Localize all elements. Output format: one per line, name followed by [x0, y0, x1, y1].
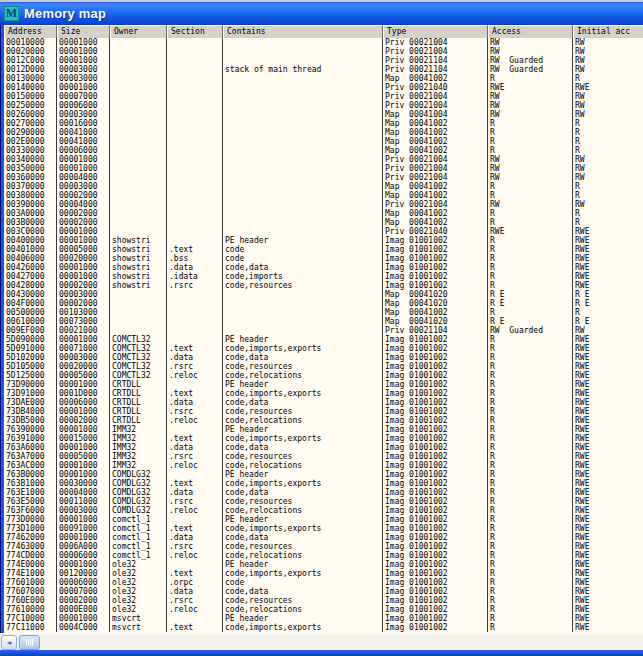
table-row[interactable]: 5D12500000005000COMCTL32.reloccode,reloc… [4, 371, 643, 380]
table-row[interactable]: 0042800000002000showstri.rsrccode,resour… [4, 281, 643, 290]
cell-contains: PE header [223, 560, 383, 569]
table-row[interactable]: 73D910000001D000CRTDLL.textcode,imports,… [4, 389, 643, 398]
table-row[interactable]: 73DAE00000006000CRTDLL.datacode,dataImag… [4, 398, 643, 407]
column-header-access[interactable]: Access [488, 25, 573, 38]
cell-contains: code,data [223, 443, 383, 452]
table-row[interactable]: 0027000000016000Map 00041002RR [4, 119, 643, 128]
table-row[interactable]: 73DB400000001000CRTDLL.rsrccode,resource… [4, 407, 643, 416]
cell-access: RW Guarded [488, 56, 573, 65]
table-row[interactable]: 0042600000001000showstri.datacode,dataIm… [4, 263, 643, 272]
table-row[interactable]: 0002000000001000Priv 00021004RWRW [4, 47, 643, 56]
table-row[interactable]: 7760700000007000ole32.datacode,dataImag … [4, 587, 643, 596]
table-row[interactable]: 0038000000002000Map 00041002RR [4, 191, 643, 200]
table-row[interactable]: 5D10500000020000COMCTL32.rsrccode,resour… [4, 362, 643, 371]
cell-size: 00001000 [57, 335, 110, 344]
table-row[interactable]: 0001000000001000Priv 00021004RWRW [4, 38, 643, 47]
window-m-icon[interactable]: M [4, 6, 19, 21]
table-row[interactable]: 763A700000005000IMM32.rsrccode,resources… [4, 452, 643, 461]
scrollbar-thumb[interactable] [19, 635, 40, 650]
table-row[interactable]: 0025000000006000Priv 00021004RWRW [4, 101, 643, 110]
table-row[interactable]: 0040100000005000showstri.textcodeImag 01… [4, 245, 643, 254]
table-row[interactable]: 763B100000030000COMDLG32.textcode,import… [4, 479, 643, 488]
table-row[interactable]: 0029000000041000Map 00041002RR [4, 128, 643, 137]
column-header-contains[interactable]: Contains [223, 25, 383, 38]
table-row[interactable]: 763F600000003000COMDLG32.reloccode,reloc… [4, 506, 643, 515]
table-row[interactable]: 004F000000002000Map 00041020R ER E [4, 299, 643, 308]
table-row[interactable]: 77C110000004C000msvcrt.textcode,imports,… [4, 623, 643, 632]
table-row[interactable]: 5D09100000071000COMCTL32.textcode,import… [4, 344, 643, 353]
cell-access: R [488, 596, 573, 605]
table-row[interactable]: 763E100000004000COMDLG32.datacode,dataIm… [4, 488, 643, 497]
table-row[interactable]: 0012D00000003000stack of main threadPriv… [4, 65, 643, 74]
table-row[interactable]: 7760100000006000ole32.orpccodeImag 01001… [4, 578, 643, 587]
scroll-left-arrow-icon[interactable]: ◄ [1, 635, 17, 650]
column-header-type[interactable]: Type [383, 25, 488, 38]
cell-section [167, 290, 223, 299]
cell-type: Priv 00021004 [383, 164, 488, 173]
table-row[interactable]: 776100000000E000ole32.reloccode,relocati… [4, 605, 643, 614]
cell-size: 00001000 [57, 83, 110, 92]
column-header-owner[interactable]: Owner [110, 25, 167, 38]
table-row[interactable]: 73D9000000001000CRTDLLPE headerImag 0100… [4, 380, 643, 389]
table-row[interactable]: 0013000000003000Map 00041002RR [4, 74, 643, 83]
cell-type: Imag 01001002 [383, 533, 488, 542]
table-row[interactable]: 7639000000001000IMM32PE headerImag 01001… [4, 425, 643, 434]
table-row[interactable]: 002E000000041000Map 00041002RR [4, 137, 643, 146]
table-row[interactable]: 0015000000007000Priv 00021004RWRW [4, 92, 643, 101]
table-row[interactable]: 773D000000001000comctl_1PE headerImag 01… [4, 515, 643, 524]
table-row[interactable]: 7746200000001000comctl_1.datacode,dataIm… [4, 533, 643, 542]
table-row[interactable]: 009EF00000021000Priv 00021104RW GuardedR… [4, 326, 643, 335]
table-row[interactable]: 0026000000003000Map 00041004RWRW [4, 110, 643, 119]
column-header-address[interactable]: Address [4, 25, 57, 38]
table-row[interactable]: 73DB500000002000CRTDLL.reloccode,relocat… [4, 416, 643, 425]
table-row[interactable]: 0014000000001000Priv 00021040RWERWE [4, 83, 643, 92]
table-row[interactable]: 0034000000001000Priv 00021004RWRW [4, 155, 643, 164]
table-row[interactable]: 774E000000001000ole32PE headerImag 01001… [4, 560, 643, 569]
cell-access: R [488, 479, 573, 488]
table-row[interactable]: 774E100000120000ole32.textcode,imports,e… [4, 569, 643, 578]
cell-contains [223, 137, 383, 146]
table-row[interactable]: 003A000000002000Map 00041002RR [4, 209, 643, 218]
table-row[interactable]: 773D100000091000comctl_1.textcode,import… [4, 524, 643, 533]
column-header-section[interactable]: Section [167, 25, 223, 38]
horizontal-scrollbar[interactable]: ◄ [0, 633, 643, 650]
table-row[interactable]: 0040600000020000showstri.bsscodeImag 010… [4, 254, 643, 263]
cell-type: Imag 01001002 [383, 452, 488, 461]
table-row[interactable]: 5D09000000001000COMCTL32PE headerImag 01… [4, 335, 643, 344]
table-row[interactable]: 77C1000000001000msvcrtPE headerImag 0100… [4, 614, 643, 623]
cell-section: .text [167, 479, 223, 488]
table-row[interactable]: 7760E00000002000ole32.rsrccode,resources… [4, 596, 643, 605]
table-row[interactable]: 763B000000001000COMDLG32PE headerImag 01… [4, 470, 643, 479]
table-row[interactable]: 003B000000002000Map 00041002RR [4, 218, 643, 227]
table-row[interactable]: 0035000000001000Priv 00021004RWRW [4, 164, 643, 173]
table-row[interactable]: 0039000000004000Priv 00021004RWRW [4, 200, 643, 209]
cell-section: .text [167, 245, 223, 254]
table-row[interactable]: 5D10200000003000COMCTL32.datacode,dataIm… [4, 353, 643, 362]
table-row[interactable]: 0033000000006000Map 00041002RR [4, 146, 643, 155]
table-row[interactable]: 0042700000001000showstri.idatacode,impor… [4, 272, 643, 281]
cell-initial_access: RWE [573, 335, 643, 344]
table-row[interactable]: 0036000000004000Priv 00021004RWRW [4, 173, 643, 182]
table-row[interactable]: 0012C00000001000Priv 00021104RW GuardedR… [4, 56, 643, 65]
table-row[interactable]: 763AC00000001000IMM32.reloccode,relocati… [4, 461, 643, 470]
table-row[interactable]: 763E500000011000COMDLG32.rsrccode,resour… [4, 497, 643, 506]
cell-type: Map 00041002 [383, 191, 488, 200]
table-row[interactable]: 774CD00000006000comctl_1.reloccode,reloc… [4, 551, 643, 560]
cell-owner: IMM32 [110, 443, 167, 452]
column-header-initial_access[interactable]: Initial acc [573, 25, 643, 38]
table-row[interactable]: 0037000000003000Map 00041002RR [4, 182, 643, 191]
table-row[interactable]: 0050000000103000Map 00041002RR [4, 308, 643, 317]
table-row[interactable]: 7639100000015000IMM32.textcode,imports,e… [4, 434, 643, 443]
cell-initial_access: RWE [573, 443, 643, 452]
cell-contains: stack of main thread [223, 65, 383, 74]
table-row[interactable]: 0040000000001000showstriPE headerImag 01… [4, 236, 643, 245]
table-row[interactable]: 763A600000001000IMM32.datacode,dataImag … [4, 443, 643, 452]
table-row[interactable]: 774630000006A000comctl_1.rsrccode,resour… [4, 542, 643, 551]
cell-initial_access: RWE [573, 362, 643, 371]
column-header-size[interactable]: Size [57, 25, 110, 38]
table-row[interactable]: 0061000000073000Map 00041020R ER E [4, 317, 643, 326]
cell-address: 774E0000 [4, 560, 57, 569]
table-row[interactable]: 003C000000001000Priv 00021040RWERWE [4, 227, 643, 236]
table-row[interactable]: 0043000000003000Map 00041020R ER E [4, 290, 643, 299]
titlebar[interactable]: M Memory map [0, 2, 643, 25]
